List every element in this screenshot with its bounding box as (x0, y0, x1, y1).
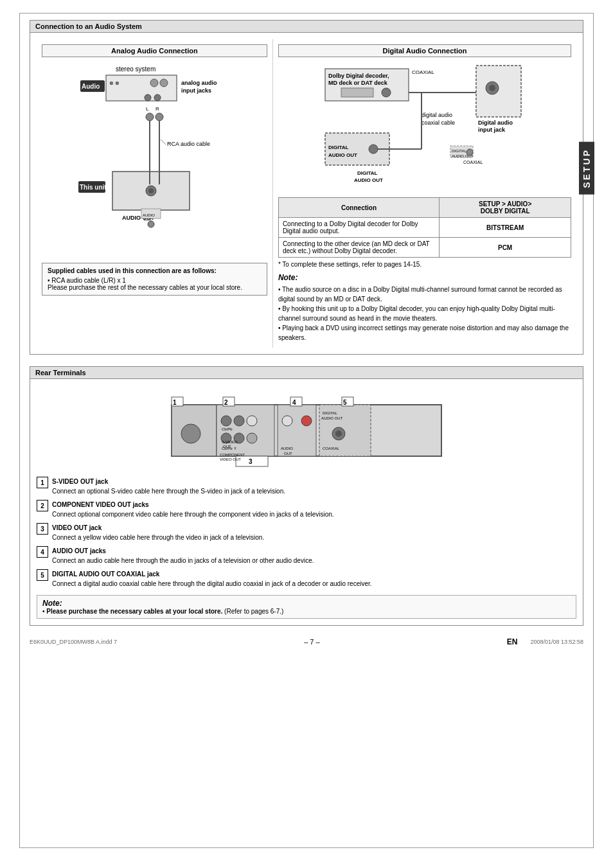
svg-rect-37 (476, 66, 521, 117)
svg-line-18 (161, 139, 166, 145)
terminal-desc-3: VIDEO OUT jack Connect a yellow video ca… (52, 523, 576, 542)
note-1: • The audio source on a disc in a Dolby … (278, 285, 571, 304)
svg-point-4 (160, 79, 168, 87)
bottom-note: Note: • Please purchase the necessary ca… (37, 595, 576, 619)
terminal-name-5: DIGITAL AUDIO OUT COAXIAL jack (52, 571, 159, 578)
svg-text:MD deck or DAT deck: MD deck or DAT deck (328, 80, 388, 86)
date-info: 2008/01/08 13:52:58 (530, 639, 583, 645)
svg-text:1: 1 (173, 399, 177, 406)
svg-text:COAXIAL: COAXIAL (463, 160, 483, 164)
terminal-list: 1 S-VIDEO OUT jack Connect an optional S… (37, 477, 576, 589)
terminal-item-2: 2 COMPONENT VIDEO OUT jacks Connect opti… (37, 500, 576, 519)
digital-column: Digital Audio Connection Dolby Digital d… (273, 39, 576, 348)
svg-point-77 (282, 416, 292, 426)
svg-text:AUDIO OUT: AUDIO OUT (321, 416, 343, 420)
note-2: • By hooking this unit up to a Dolby Dig… (278, 304, 571, 323)
svg-text:OUT: OUT (284, 452, 292, 456)
note-title: Note: (278, 273, 571, 282)
svg-point-30 (148, 221, 154, 227)
note-text: • The audio source on a disc in a Dolby … (278, 285, 571, 342)
svg-text:2: 2 (224, 399, 228, 406)
svg-text:DIGITAL: DIGITAL (452, 149, 467, 153)
svg-text:Dolby Digital decoder,: Dolby Digital decoder, (328, 73, 389, 79)
svg-text:Cb/Pb: Cb/Pb (222, 427, 233, 431)
terminal-num-2: 2 (37, 500, 48, 511)
supplied-item-1: • RCA audio cable (L/R) x 1 (48, 277, 262, 284)
svg-point-23 (148, 188, 154, 193)
svg-text:S-VIDEO: S-VIDEO (222, 440, 238, 444)
svg-point-14 (155, 113, 163, 121)
note-section: Note: • The audio source on a disc in a … (278, 273, 571, 342)
svg-point-78 (301, 416, 312, 426)
svg-point-68 (247, 416, 257, 426)
svg-text:AUDIO: AUDIO (143, 213, 155, 217)
terminal-item-4: 4 AUDIO OUT jacks Connect an audio cable… (37, 546, 576, 565)
file-info: E6K0UUD_DP100MW8B A.indd 7 (30, 639, 117, 645)
terminal-num-3: 3 (37, 523, 48, 535)
audio-connection-section: Connection to an Audio System Analog Aud… (30, 20, 583, 355)
complete-settings: * To complete these settings, refer to p… (278, 261, 571, 268)
svg-text:COMPONENT: COMPONENT (220, 453, 245, 457)
svg-text:AUDIO OUT: AUDIO OUT (328, 152, 357, 158)
svg-text:RCA audio cable: RCA audio cable (167, 141, 210, 147)
svg-point-6 (154, 94, 161, 101)
rear-terminals-diagram: 1 2 Cb/Pb Y (37, 392, 576, 470)
svg-point-5 (145, 94, 151, 101)
svg-text:COAXIAL: COAXIAL (323, 447, 340, 450)
page-outer: SETUP Connection to an Audio System Anal… (19, 13, 594, 848)
audio-columns: Analog Audio Connection stereo system ⊗ … (37, 39, 576, 348)
svg-text:DIGITAL: DIGITAL (323, 411, 338, 415)
svg-text:digital audio: digital audio (422, 112, 452, 118)
svg-text:analog audio: analog audio (181, 80, 217, 86)
terminal-num-5: 5 (37, 569, 48, 581)
terminal-desc-2: COMPONENT VIDEO OUT jacks Connect option… (52, 500, 576, 519)
section-content: Analog Audio Connection stereo system ⊗ … (30, 33, 583, 354)
svg-point-71 (247, 433, 257, 443)
svg-text:input jack: input jack (478, 127, 506, 133)
svg-rect-1 (106, 75, 177, 101)
terminal-desc-4: AUDIO OUT jacks Connect an audio cable h… (52, 546, 576, 565)
row2-connection: Connecting to the other device (an MD de… (278, 238, 439, 258)
digital-col-header: Digital Audio Connection (278, 44, 571, 57)
terminal-item-3: 3 VIDEO OUT jack Connect a yellow video … (37, 523, 576, 542)
svg-point-56 (466, 149, 473, 155)
rear-terminals-title: Rear Terminals (30, 367, 583, 379)
en-label: EN (507, 637, 518, 646)
svg-point-13 (146, 113, 154, 121)
svg-text:AUDIO OUT: AUDIO OUT (354, 177, 383, 183)
terminal-item-1: 1 S-VIDEO OUT jack Connect an optional S… (37, 477, 576, 496)
svg-point-35 (382, 88, 391, 97)
svg-text:4: 4 (292, 399, 296, 406)
svg-point-48 (369, 145, 378, 154)
col-setup: SETUP > AUDIO>DOLBY DIGITAL (440, 198, 571, 218)
svg-text:⊗ ⊗: ⊗ ⊗ (109, 80, 120, 86)
svg-text:This unit: This unit (80, 184, 107, 191)
terminal-desc-5: DIGITAL AUDIO OUT COAXIAL jack Connect a… (52, 569, 576, 589)
note-3: • Playing back a DVD using incorrect set… (278, 323, 571, 342)
supplied-title: Supplied cables used in this connection … (48, 267, 262, 274)
digital-diagram: Dolby Digital decoder, MD deck or DAT de… (278, 62, 571, 192)
terminal-num-1: 1 (37, 477, 48, 488)
svg-point-67 (234, 416, 244, 426)
svg-rect-60 (181, 424, 200, 443)
svg-text:DIGITAL: DIGITAL (328, 145, 349, 150)
svg-text:VIDEO OUT: VIDEO OUT (220, 457, 241, 461)
svg-text:5: 5 (343, 399, 347, 406)
svg-point-87 (335, 430, 342, 437)
svg-text:coaxial cable: coaxial cable (422, 120, 455, 126)
svg-text:Audio: Audio (82, 83, 100, 90)
analog-column: Analog Audio Connection stereo system ⊗ … (37, 39, 273, 348)
svg-text:DIGITAL: DIGITAL (357, 170, 378, 176)
svg-text:input jacks: input jacks (181, 87, 211, 94)
svg-text:Y: Y (234, 447, 236, 450)
table-row: Connecting to the other device (an MD de… (278, 238, 571, 258)
setup-tab: SETUP (579, 142, 594, 195)
supplied-item-2: Please purchase the rest of the necessar… (48, 284, 262, 291)
terminal-name-1: S-VIDEO OUT jack (52, 478, 108, 485)
analog-col-header: Analog Audio Connection (42, 44, 267, 57)
svg-text:stereo system: stereo system (116, 66, 155, 73)
col-connection: Connection (278, 198, 439, 218)
table-row: Connecting to a Dolby Digital decoder fo… (278, 218, 571, 238)
setting-table: Connection SETUP > AUDIO>DOLBY DIGITAL C… (278, 197, 571, 258)
svg-point-39 (489, 85, 495, 91)
